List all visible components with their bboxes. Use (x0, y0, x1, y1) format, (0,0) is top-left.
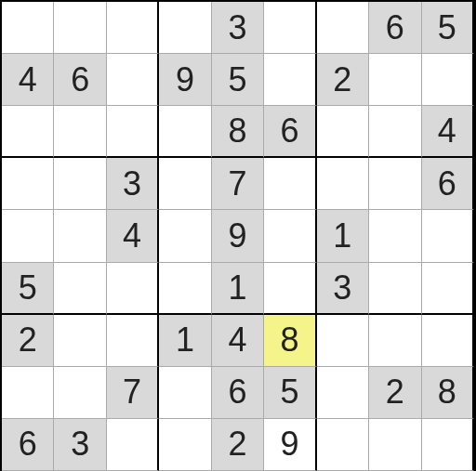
cell-r8-c0[interactable]: 6 (2, 419, 54, 471)
cell-r7-c8[interactable]: 8 (422, 367, 474, 419)
cell-r4-c1[interactable] (54, 210, 106, 262)
cell-r7-c4[interactable]: 6 (212, 367, 264, 419)
cell-r1-c5[interactable] (264, 54, 316, 106)
cell-r7-c5[interactable]: 5 (264, 367, 316, 419)
cell-r3-c7[interactable] (369, 158, 421, 210)
cell-r4-c2[interactable]: 4 (107, 210, 159, 262)
cell-r6-c5[interactable]: 8 (264, 315, 316, 367)
cell-r7-c2[interactable]: 7 (107, 367, 159, 419)
cell-r8-c4[interactable]: 2 (212, 419, 264, 471)
cell-r2-c0[interactable] (2, 106, 54, 158)
cell-r6-c0[interactable]: 2 (2, 315, 54, 367)
cell-r6-c8[interactable] (422, 315, 474, 367)
cell-r4-c3[interactable] (159, 210, 211, 262)
cell-r0-c1[interactable] (54, 2, 106, 54)
cell-r6-c7[interactable] (369, 315, 421, 367)
cell-r1-c8[interactable] (422, 54, 474, 106)
cell-r6-c3[interactable]: 1 (159, 315, 211, 367)
cell-r8-c2[interactable] (107, 419, 159, 471)
cell-r5-c4[interactable]: 1 (212, 263, 264, 315)
cell-r4-c6[interactable]: 1 (317, 210, 369, 262)
cell-r4-c8[interactable] (422, 210, 474, 262)
cell-r2-c1[interactable] (54, 106, 106, 158)
cell-r0-c2[interactable] (107, 2, 159, 54)
cell-r4-c7[interactable] (369, 210, 421, 262)
cell-r3-c5[interactable] (264, 158, 316, 210)
cell-r7-c3[interactable] (159, 367, 211, 419)
cell-r0-c6[interactable] (317, 2, 369, 54)
cell-r7-c0[interactable] (2, 367, 54, 419)
cell-r2-c7[interactable] (369, 106, 421, 158)
cell-r2-c2[interactable] (107, 106, 159, 158)
cell-r0-c8[interactable]: 5 (422, 2, 474, 54)
cell-r6-c6[interactable] (317, 315, 369, 367)
cell-r5-c1[interactable] (54, 263, 106, 315)
cell-r3-c6[interactable] (317, 158, 369, 210)
cell-r1-c4[interactable]: 5 (212, 54, 264, 106)
cell-r8-c5[interactable]: 9 (264, 419, 316, 471)
cell-r5-c7[interactable] (369, 263, 421, 315)
cell-r3-c3[interactable] (159, 158, 211, 210)
cell-r5-c8[interactable] (422, 263, 474, 315)
cell-r3-c0[interactable] (2, 158, 54, 210)
cell-r2-c8[interactable]: 4 (422, 106, 474, 158)
cell-r7-c6[interactable] (317, 367, 369, 419)
cell-r5-c6[interactable]: 3 (317, 263, 369, 315)
cell-r1-c2[interactable] (107, 54, 159, 106)
cell-r4-c0[interactable] (2, 210, 54, 262)
cell-r2-c6[interactable] (317, 106, 369, 158)
cell-r6-c1[interactable] (54, 315, 106, 367)
cell-r8-c8[interactable] (422, 419, 474, 471)
cell-r4-c5[interactable] (264, 210, 316, 262)
cell-r2-c5[interactable]: 6 (264, 106, 316, 158)
cell-r5-c0[interactable]: 5 (2, 263, 54, 315)
cell-r0-c4[interactable]: 3 (212, 2, 264, 54)
cell-r8-c1[interactable]: 3 (54, 419, 106, 471)
cell-r8-c7[interactable] (369, 419, 421, 471)
cell-r5-c5[interactable] (264, 263, 316, 315)
cell-r3-c8[interactable]: 6 (422, 158, 474, 210)
cell-r7-c1[interactable] (54, 367, 106, 419)
cell-r6-c2[interactable] (107, 315, 159, 367)
cell-r5-c3[interactable] (159, 263, 211, 315)
cell-r8-c6[interactable] (317, 419, 369, 471)
cell-r0-c5[interactable] (264, 2, 316, 54)
cell-r8-c3[interactable] (159, 419, 211, 471)
sudoku-board: 365469528643764915132148765286329 (0, 0, 476, 471)
cell-r1-c6[interactable]: 2 (317, 54, 369, 106)
cell-r2-c3[interactable] (159, 106, 211, 158)
cell-r4-c4[interactable]: 9 (212, 210, 264, 262)
cell-r0-c7[interactable]: 6 (369, 2, 421, 54)
cell-r0-c0[interactable] (2, 2, 54, 54)
cell-r1-c7[interactable] (369, 54, 421, 106)
cell-r1-c3[interactable]: 9 (159, 54, 211, 106)
cell-r2-c4[interactable]: 8 (212, 106, 264, 158)
cell-r1-c1[interactable]: 6 (54, 54, 106, 106)
cell-r5-c2[interactable] (107, 263, 159, 315)
cell-r0-c3[interactable] (159, 2, 211, 54)
cell-r7-c7[interactable]: 2 (369, 367, 421, 419)
cell-r1-c0[interactable]: 4 (2, 54, 54, 106)
cell-r3-c2[interactable]: 3 (107, 158, 159, 210)
cell-r6-c4[interactable]: 4 (212, 315, 264, 367)
cell-r3-c1[interactable] (54, 158, 106, 210)
cell-r3-c4[interactable]: 7 (212, 158, 264, 210)
